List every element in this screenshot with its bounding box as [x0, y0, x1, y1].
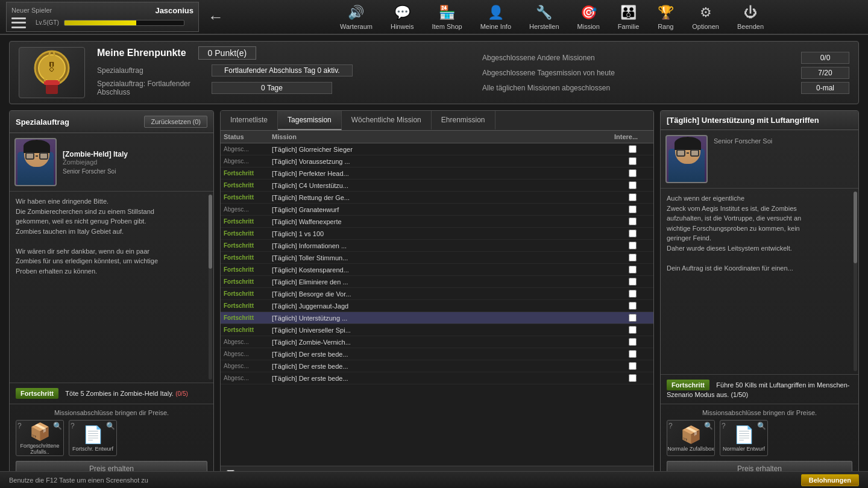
nav-mission-label: Mission: [577, 23, 600, 30]
mission-row[interactable]: Abgesc...[Täglich] Zombie-Vernich...: [221, 336, 653, 348]
xp-bar: [64, 20, 136, 25]
mission-row[interactable]: Fortschritt[Täglich] Universeller Spi...: [221, 324, 653, 336]
nav-mission[interactable]: 🎯 Mission: [577, 4, 600, 30]
mission-checkbox[interactable]: [629, 181, 637, 189]
honor-special2-label: Spezialauftrag: Fortlaufender Abschluss: [97, 80, 206, 96]
mission-row[interactable]: Fortschritt[Täglich] Unterstützung ...: [221, 312, 653, 324]
mission-row[interactable]: Fortschritt[Täglich] Kostensparend...: [221, 264, 653, 276]
mission-status: Abgesc...: [224, 146, 272, 152]
col-mission: Mission: [272, 133, 614, 140]
meineinfo-icon: 👤: [487, 4, 504, 21]
nav-warteraum[interactable]: 🔊 Warteraum: [340, 4, 373, 30]
mission-checkbox[interactable]: [629, 205, 637, 213]
mission-checkbox[interactable]: [629, 266, 637, 274]
mission-status: Abgesc...: [224, 351, 272, 357]
mission-checkbox[interactable]: [629, 374, 637, 382]
progress-btn-left: Fortschritt: [16, 388, 58, 399]
mission-row[interactable]: Fortschritt[Täglich] Toller Stimmun...: [221, 252, 653, 264]
reward-item-2: ? 📄 🔍 Fortschr. Entwurf: [69, 420, 117, 456]
nav-beenden-label: Beenden: [737, 23, 764, 30]
search-icon-1: 🔍: [53, 422, 62, 430]
mission-checkbox[interactable]: [629, 338, 637, 346]
rang-icon: 🏆: [657, 4, 674, 21]
nav-itemshop[interactable]: 🏪 Item Shop: [432, 4, 462, 30]
honor-special-label: Spezialauftrag: [97, 66, 206, 75]
mission-name: [Täglich] Unterstützung ...: [272, 314, 614, 322]
right-reward-item-1: ? 📦 🔍 Normale Zufallsbox: [667, 420, 715, 456]
nav-icons: 🔊 Warteraum 💬 Hinweis 🏪 Item Shop 👤 Mein…: [242, 4, 862, 30]
mission-row[interactable]: Fortschritt[Täglich] Rettung der Ge...: [221, 192, 653, 204]
mission-row[interactable]: Fortschritt[Täglich] Waffenexperte: [221, 216, 653, 228]
tab-ehrenmission[interactable]: Ehrenmission: [432, 111, 495, 130]
mission-checkbox[interactable]: [629, 242, 637, 249]
scroll-bar-left[interactable]: [209, 195, 212, 380]
player-label: Neuer Spieler: [11, 7, 52, 14]
mission-status: Abgesc...: [224, 339, 272, 345]
reward-item-1: ? 📦 🔍 Fortgeschrittene Zufalls..: [16, 420, 64, 456]
mission-row[interactable]: Fortschritt[Täglich] Perfekter Head...: [221, 167, 653, 180]
mission-row[interactable]: Abgesc...[Täglich] Granateнwurf: [221, 204, 653, 216]
mission-row[interactable]: Abgesc...[Täglich] Voraussetzung ...: [221, 155, 653, 167]
mission-name: [Täglich] Der erste bede...: [272, 351, 614, 358]
mission-name: [Täglich] Eliminiere den ...: [272, 278, 614, 286]
tab-woechentliche[interactable]: Wöchentliche Mission: [342, 111, 432, 130]
mission-row[interactable]: Fortschritt[Täglich] 1 vs 100: [221, 228, 653, 240]
mission-checkbox[interactable]: [629, 290, 637, 298]
nav-hinweis-label: Hinweis: [391, 23, 414, 30]
nav-hinweis[interactable]: 💬 Hinweis: [391, 4, 414, 30]
mission-checkbox[interactable]: [629, 193, 637, 201]
scroll-bar-right[interactable]: [854, 192, 857, 371]
nav-herstellen[interactable]: 🔧 Herstellen: [529, 4, 559, 30]
tab-tagesmission[interactable]: Tagesmission: [278, 111, 342, 130]
mission-checkbox[interactable]: [629, 350, 637, 358]
col-intere: Intere...: [614, 133, 650, 140]
mission-row[interactable]: Abgesc...[Täglich] Der erste bede...: [221, 372, 653, 384]
mission-name: [Täglich] Universeller Spi...: [272, 327, 614, 334]
mission-row[interactable]: Fortschritt[Täglich] Besorge die Vor...: [221, 288, 653, 300]
mission-name: [Täglich] Glorreicher Sieger: [272, 146, 614, 153]
mission-checkbox[interactable]: [629, 230, 637, 237]
mission-checkbox[interactable]: [629, 145, 637, 153]
mission-checkbox[interactable]: [629, 217, 637, 225]
mission-row[interactable]: Abgesc...[Täglich] Glorreicher Sieger: [221, 143, 653, 155]
mission-row[interactable]: Fortschritt[Täglich] C4 Unterstützu...: [221, 180, 653, 192]
nav-optionen[interactable]: ⚙ Optionen: [692, 4, 719, 30]
mission-row[interactable]: Fortschritt[Täglich] Juggernaut-Jagd: [221, 300, 653, 312]
reset-button[interactable]: Zurücksetzen (0): [144, 116, 207, 128]
mission-checkbox[interactable]: [629, 314, 637, 322]
mission-checkbox[interactable]: [629, 362, 637, 370]
mission-status: Fortschritt: [224, 170, 272, 177]
mission-status: Fortschritt: [224, 327, 272, 333]
tab-internetliste[interactable]: Internetliste: [221, 111, 278, 130]
mission-row[interactable]: Abgesc...[Täglich] Der erste bede...: [221, 360, 653, 372]
mission-row[interactable]: Abgesc...[Täglich] Der erste bede...: [221, 348, 653, 360]
nav-warteraum-label: Warteraum: [340, 23, 373, 30]
mission-checkbox[interactable]: [629, 254, 637, 261]
nav-rang[interactable]: 🏆 Rang: [657, 4, 674, 30]
stat3-label: Alle täglichen Missionen abgeschlossen: [482, 84, 610, 92]
rewards-button[interactable]: Belohnungen: [801, 474, 859, 486]
missions-list[interactable]: Abgesc...[Täglich] Glorreicher SiegerAbg…: [221, 143, 653, 466]
right-search-icon-1: 🔍: [704, 422, 713, 430]
nav-beenden[interactable]: ⏻ Beenden: [737, 4, 764, 30]
mission-checkbox[interactable]: [629, 157, 637, 165]
honor-main: Meine Ehrenpunkte 0 Punkt(e) Spezialauft…: [97, 46, 464, 99]
back-button[interactable]: ←: [208, 8, 224, 27]
reward-box-icon-2: 📄: [83, 425, 104, 445]
mission-checkbox[interactable]: [629, 326, 637, 334]
mission-row[interactable]: Fortschritt[Täglich] Eliminiere den ...: [221, 276, 653, 288]
mission-checkbox[interactable]: [629, 169, 637, 177]
mission-row[interactable]: Fortschritt[Täglich] Informationen ...: [221, 240, 653, 252]
mission-name: [Täglich] Zombie-Vernich...: [272, 339, 614, 346]
menu-icon[interactable]: [11, 17, 26, 28]
mission-checkbox[interactable]: [629, 302, 637, 310]
table-header: Status Mission Intere...: [221, 131, 653, 143]
mission-status: Abgesc...: [224, 158, 272, 164]
nav-meineinfo[interactable]: 👤 Meine Info: [480, 4, 511, 30]
nav-familie[interactable]: 👪 Familie: [618, 4, 639, 30]
npc-avatar-right: [665, 135, 708, 183]
special-text: Wir haben eine dringende Bitte. Die Zomb…: [10, 192, 213, 383]
mission-checkbox[interactable]: [629, 278, 637, 286]
progress-btn-right: Fortschritt: [667, 380, 709, 390]
mission-name: [Täglich] Der erste bede...: [272, 363, 614, 370]
